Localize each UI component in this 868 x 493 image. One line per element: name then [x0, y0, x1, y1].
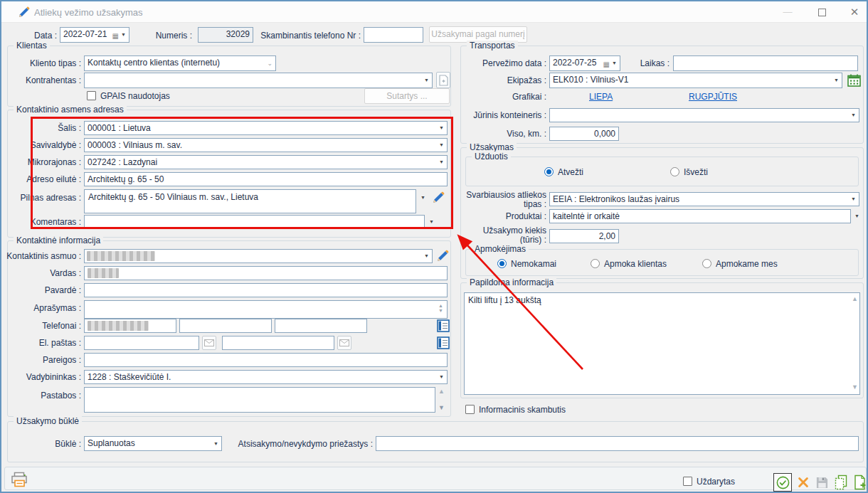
link-liepa[interactable]: LIEPA: [589, 92, 613, 102]
kliento-tipas-label: Kliento tipas :: [6, 58, 81, 69]
sutartys-button[interactable]: Sutartys ...: [364, 88, 450, 104]
vadybininkas-select[interactable]: 1228 : Staškevičiūtė I.▼: [84, 370, 448, 384]
minimize-button[interactable]: —: [777, 6, 798, 18]
salis-label: Šalis :: [4, 123, 81, 134]
scroll-down-icon[interactable]: ▼: [438, 404, 445, 411]
chevron-down-icon[interactable]: ▼: [834, 77, 839, 84]
redacted-first-name: [88, 268, 119, 278]
kontrahentas-select[interactable]: ▼: [84, 73, 433, 88]
radio-apmoka-klientas-label: Apmoka klientas: [604, 259, 667, 270]
telefonai-label: Telefonai :: [4, 321, 81, 332]
ekipazas-select[interactable]: ELK010 : Vilnius-V1▼: [549, 73, 842, 88]
send-email-2-button[interactable]: [337, 336, 351, 350]
radio-nemokamai[interactable]: [497, 259, 507, 268]
chevron-down-icon[interactable]: ▼: [439, 124, 444, 132]
el-pastas-2-input[interactable]: [222, 336, 334, 350]
chevron-down-icon[interactable]: ▼: [439, 159, 444, 166]
chevron-down-icon[interactable]: ▼: [420, 195, 425, 200]
kontaktinis-asmuo-label: Kontaktinis asmuo :: [4, 251, 81, 262]
kiekis-label: Užsakymo kiekis (tūris) :: [461, 226, 546, 245]
informacinis-skambutis-checkbox[interactable]: [465, 405, 475, 414]
maximize-button[interactable]: [811, 6, 832, 18]
viso-km-input[interactable]: 0,000: [549, 127, 619, 141]
telefonas-3-input[interactable]: [275, 319, 367, 333]
confirm-button[interactable]: [773, 473, 792, 492]
print-icon[interactable]: [10, 471, 30, 488]
cancel-button[interactable]: [796, 475, 810, 489]
vadybininkas-label: Vadybininkas :: [4, 372, 81, 383]
save-button[interactable]: [815, 475, 829, 489]
radio-apmoka-klientas[interactable]: [591, 259, 600, 268]
gpais-checkbox[interactable]: [87, 91, 96, 100]
crew-calendar-icon[interactable]: [847, 73, 861, 88]
link-rugpjutis[interactable]: RUGPJŪTIS: [689, 92, 737, 102]
uzdarytas-checkbox[interactable]: [683, 477, 692, 486]
edit-address-pencil-icon[interactable]: [431, 191, 445, 205]
grafikai-label: Grafikai :: [464, 92, 546, 102]
group-adresas-title: Kontaktinio asmens adresas: [14, 105, 127, 115]
chevron-down-icon[interactable]: ▼: [424, 77, 429, 84]
savivaldybe-select[interactable]: 000003 : Vilniaus m. sav.▼: [84, 138, 448, 152]
chevron-down-icon[interactable]: ▼: [213, 440, 218, 447]
pilnas-adresas-input[interactable]: Architektų g. 65 - 50 Vilniaus m. sav., …: [84, 189, 416, 213]
priezastys-input[interactable]: [376, 436, 859, 451]
telefonas-2-input[interactable]: [179, 319, 272, 333]
komentaras-input[interactable]: [84, 215, 425, 229]
vardas-input[interactable]: [84, 266, 448, 280]
send-email-1-button[interactable]: [202, 336, 216, 350]
aprasymas-input[interactable]: [84, 300, 448, 319]
chevron-down-icon[interactable]: ▼: [851, 112, 856, 119]
scroll-up-icon[interactable]: ▲: [438, 388, 445, 395]
calendar-grid-icon[interactable]: ▦: [112, 30, 119, 42]
radio-isvezti[interactable]: [670, 167, 679, 176]
savivaldybe-label: Savivaldybė :: [4, 140, 81, 151]
group-uzduotis-title: Užduotis: [472, 152, 511, 162]
radio-atvezti[interactable]: [544, 167, 554, 176]
chevron-down-icon[interactable]: ▼: [121, 31, 126, 38]
edit-contact-pencil-icon[interactable]: [435, 249, 450, 263]
salis-select[interactable]: 000001 : Lietuva▼: [84, 121, 448, 135]
data-date-input[interactable]: 2022-07-21 ▦ ▼: [60, 27, 129, 43]
mikrorajonas-select[interactable]: 027242 : Lazdynai▼: [84, 155, 448, 169]
pavarde-input[interactable]: [84, 283, 448, 297]
scroll-up-icon[interactable]: ▲: [852, 295, 858, 302]
spinner-up-icon[interactable]: ▲▼: [438, 303, 443, 313]
atliekos-tipas-select[interactable]: EEIA : Elektronikos laužas įvairus▼: [549, 192, 859, 206]
pervezimo-data-input[interactable]: 2022-07-25 ▦ ▼: [549, 55, 620, 71]
el-pastas-1-input[interactable]: [84, 336, 199, 350]
jurinis-select[interactable]: ▼: [549, 108, 859, 122]
new-contractor-button[interactable]: [436, 72, 450, 88]
phone-list-icon[interactable]: [436, 319, 450, 332]
email-list-icon[interactable]: [436, 336, 450, 349]
chevron-down-icon[interactable]: ⌄: [267, 60, 272, 67]
copy-icon: [834, 475, 848, 490]
close-button[interactable]: ✕: [844, 6, 865, 18]
produktai-input[interactable]: kaitelntė ir orkaitė: [549, 209, 851, 223]
kliento-tipas-select[interactable]: Kontaktų centro klientas (internetu) ⌄: [84, 55, 276, 71]
copy-document-button[interactable]: [833, 474, 849, 490]
pastabos-input[interactable]: [84, 387, 435, 413]
phone-input[interactable]: [364, 27, 423, 43]
informacinis-skambutis-label: Informacinis skambutis: [479, 405, 566, 415]
bukle-select[interactable]: Suplanuotas▼: [84, 436, 222, 451]
chevron-down-icon[interactable]: ▼: [851, 196, 856, 203]
scroll-down-icon[interactable]: ▼: [852, 383, 858, 391]
chevron-down-icon[interactable]: ▼: [424, 253, 429, 260]
chevron-down-icon[interactable]: ▼: [854, 213, 859, 218]
adreso-eilute-input[interactable]: Architektų g. 65 - 50: [84, 172, 448, 186]
radio-nemokamai-label: Nemokamai: [511, 259, 556, 270]
chevron-down-icon[interactable]: ▼: [439, 142, 444, 149]
new-document-button[interactable]: [852, 474, 867, 490]
chevron-down-icon[interactable]: ▼: [612, 60, 617, 67]
laikas-input[interactable]: [673, 55, 858, 71]
kiekis-input[interactable]: 2,00: [549, 229, 619, 243]
papildoma-textarea[interactable]: Kilti liftu į 13 aukštą: [464, 292, 860, 395]
group-transportas-title: Transportas: [467, 41, 518, 51]
radio-apmokame-mes[interactable]: [702, 259, 711, 268]
floppy-icon: [815, 476, 829, 489]
envelope-icon: [204, 339, 214, 346]
chevron-down-icon[interactable]: ▼: [439, 373, 444, 381]
calendar-grid-icon[interactable]: ▦: [603, 58, 610, 70]
chevron-down-icon[interactable]: ▼: [429, 219, 434, 224]
pareigos-input[interactable]: [84, 353, 448, 367]
